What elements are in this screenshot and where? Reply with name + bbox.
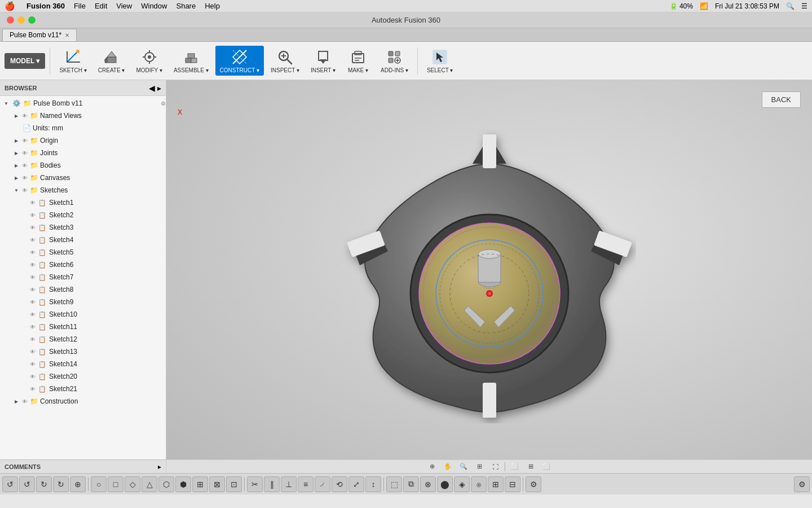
sidebar-item-sketch12[interactable]: ▶ 👁 📋 Sketch12: [0, 333, 166, 345]
tool-pan[interactable]: ✋: [442, 461, 454, 472]
toolbar-sketch[interactable]: SKETCH ▾: [55, 46, 91, 76]
sidebar-options-icon[interactable]: ▸: [157, 84, 161, 93]
toolbar-insert[interactable]: INSERT ▾: [306, 46, 340, 76]
tool-grid[interactable]: ⊞: [524, 461, 537, 472]
named-views-expand-icon[interactable]: ▶: [12, 112, 20, 120]
model-mode-button[interactable]: MODEL ▾: [5, 53, 45, 69]
tab-close-icon[interactable]: ✕: [65, 32, 69, 38]
sidebar-item-canvases[interactable]: ▶ 👁 📁 Canvases: [0, 172, 166, 184]
toolbar-create[interactable]: CREATE ▾: [94, 46, 130, 76]
maximize-button[interactable]: [28, 16, 36, 24]
bottom-icon-8[interactable]: ◇: [125, 476, 140, 492]
sidebar-item-bodies[interactable]: ▶ 👁 📁 Bodies: [0, 159, 166, 172]
sidebar-item-sketch8[interactable]: ▶ 👁 📋 Sketch8: [0, 283, 166, 296]
bottom-icon-9[interactable]: △: [142, 476, 157, 492]
sidebar-header-controls[interactable]: ◀ ▸: [149, 84, 161, 93]
tool-env[interactable]: ⬜: [540, 461, 553, 472]
bottom-icon-11[interactable]: ⬢: [175, 476, 191, 492]
bottom-icon-10[interactable]: ⬡: [158, 476, 174, 492]
bottom-icon-25[interactable]: ⊗: [420, 476, 436, 492]
minimize-button[interactable]: [17, 16, 25, 24]
bottom-icon-17[interactable]: ⊥: [281, 476, 297, 492]
sidebar-item-construction[interactable]: ▶ 👁 📁 Construction: [0, 395, 166, 408]
search-icon[interactable]: 🔍: [786, 2, 795, 10]
sidebar-item-sketch2[interactable]: ▶ 👁 📋 Sketch2: [0, 209, 166, 221]
tool-zoom2[interactable]: ⊞: [473, 461, 486, 472]
comments-expand-icon[interactable]: ▸: [158, 463, 161, 471]
bottom-icon-22[interactable]: ↕: [365, 476, 381, 492]
toolbar-construct[interactable]: CONSTRUCT ▾: [215, 46, 264, 76]
sidebar-item-joints[interactable]: ▶ 👁 📁 Joints: [0, 147, 166, 159]
sidebar-collapse-icon[interactable]: ◀: [149, 84, 155, 93]
sidebar-item-sketch9[interactable]: ▶ 👁 📋 Sketch9: [0, 296, 166, 308]
bottom-icon-13[interactable]: ⊠: [209, 476, 225, 492]
apple-menu[interactable]: 🍎: [5, 1, 15, 11]
joints-expand-icon[interactable]: ▶: [12, 149, 20, 157]
bottom-icon-23[interactable]: ⬚: [386, 476, 402, 492]
bottom-icon-29[interactable]: ⊞: [488, 476, 504, 492]
tool-orbit[interactable]: ⊕: [426, 461, 438, 472]
settings-icon[interactable]: ⚙: [794, 476, 810, 492]
root-settings-icon[interactable]: ⚙: [161, 100, 166, 107]
tool-display-mode[interactable]: ⬜: [509, 461, 521, 472]
bottom-icon-6[interactable]: ○: [91, 476, 107, 492]
sidebar-item-sketches[interactable]: ▼ 👁 📁 Sketches: [0, 184, 166, 196]
tool-zoom[interactable]: 🔍: [457, 461, 470, 472]
bottom-icon-15[interactable]: ✂: [247, 476, 263, 492]
sidebar-item-sketch13[interactable]: ▶ 👁 📋 Sketch13: [0, 345, 166, 358]
bottom-icon-24[interactable]: ⧉: [403, 476, 419, 492]
menu-share[interactable]: Share: [176, 2, 196, 10]
bottom-icon-20[interactable]: ⟲: [332, 476, 347, 492]
menu-view[interactable]: View: [116, 2, 132, 10]
canvases-expand-icon[interactable]: ▶: [12, 174, 20, 182]
menu-window[interactable]: Window: [141, 2, 167, 10]
bottom-icon-4[interactable]: ↻: [53, 476, 69, 492]
bottom-icon-26[interactable]: ⬤: [437, 476, 453, 492]
bottom-icon-1[interactable]: ↺: [2, 476, 18, 492]
bottom-icon-3[interactable]: ↻: [36, 476, 52, 492]
toolbar-addins[interactable]: ADD-INS ▾: [376, 46, 413, 76]
sidebar-item-units[interactable]: ▶ 📄 Units: mm: [0, 122, 166, 134]
bottom-icon-5[interactable]: ⊕: [70, 476, 86, 492]
viewport[interactable]: BACK X ⊕ ✋ 🔍 ⊞ ⛶ ⬜ ⊞ ⬜: [166, 80, 812, 473]
toolbar-select[interactable]: SELECT ▾: [422, 46, 458, 76]
sidebar-item-sketch1[interactable]: ▶ 👁 📋 Sketch1: [0, 196, 166, 209]
bottom-icon-18[interactable]: ≡: [298, 476, 314, 492]
sidebar-item-sketch5[interactable]: ▶ 👁 📋 Sketch5: [0, 246, 166, 259]
sidebar-item-sketch21[interactable]: ▶ 👁 📋 Sketch21: [0, 383, 166, 395]
bottom-icon-12[interactable]: ⊞: [192, 476, 208, 492]
menu-edit[interactable]: Edit: [95, 2, 107, 10]
bottom-icon-21[interactable]: ⤢: [348, 476, 364, 492]
root-expand-icon[interactable]: ▼: [2, 99, 10, 107]
bottom-icon-28[interactable]: ⍟: [471, 476, 487, 492]
sidebar-item-named-views[interactable]: ▶ 👁 📁 Named Views: [0, 110, 166, 122]
construction-expand-icon[interactable]: ▶: [12, 397, 20, 405]
sidebar-item-sketch3[interactable]: ▶ 👁 📋 Sketch3: [0, 221, 166, 234]
toolbar-assemble[interactable]: ASSEMBLE ▾: [169, 46, 213, 76]
toolbar-make[interactable]: MAKE ▾: [342, 46, 374, 76]
bottom-icon-30[interactable]: ⊟: [505, 476, 520, 492]
menu-file[interactable]: File: [74, 2, 86, 10]
close-button[interactable]: [7, 16, 14, 24]
sidebar-item-sketch4[interactable]: ▶ 👁 📋 Sketch4: [0, 234, 166, 246]
bottom-icon-31[interactable]: ⚙: [526, 476, 541, 492]
sidebar-item-sketch11[interactable]: ▶ 👁 📋 Sketch11: [0, 321, 166, 333]
menu-help[interactable]: Help: [205, 2, 220, 10]
bottom-icon-27[interactable]: ◈: [454, 476, 470, 492]
sidebar-item-sketch6[interactable]: ▶ 👁 📋 Sketch6: [0, 259, 166, 271]
sidebar-item-sketch10[interactable]: ▶ 👁 📋 Sketch10: [0, 308, 166, 321]
bodies-expand-icon[interactable]: ▶: [12, 161, 20, 169]
back-button[interactable]: BACK: [762, 91, 801, 108]
toolbar-modify[interactable]: MODIFY ▾: [131, 46, 166, 76]
bottom-icon-7[interactable]: □: [108, 476, 123, 492]
active-tab[interactable]: Pulse Bomb v11* ✕: [2, 29, 77, 41]
bottom-icon-19[interactable]: ⟋: [315, 476, 330, 492]
sketches-expand-icon[interactable]: ▼: [12, 186, 20, 194]
app-name[interactable]: Fusion 360: [27, 2, 65, 10]
sidebar-item-sketch20[interactable]: ▶ 👁 📋 Sketch20: [0, 370, 166, 383]
sidebar-item-sketch7[interactable]: ▶ 👁 📋 Sketch7: [0, 271, 166, 283]
origin-expand-icon[interactable]: ▶: [12, 137, 20, 144]
bottom-icon-14[interactable]: ⊡: [226, 476, 242, 492]
bottom-icon-16[interactable]: ∥: [264, 476, 280, 492]
tree-root[interactable]: ▼ ⚙️ 📁 Pulse Bomb v11 ⚙: [0, 97, 166, 110]
